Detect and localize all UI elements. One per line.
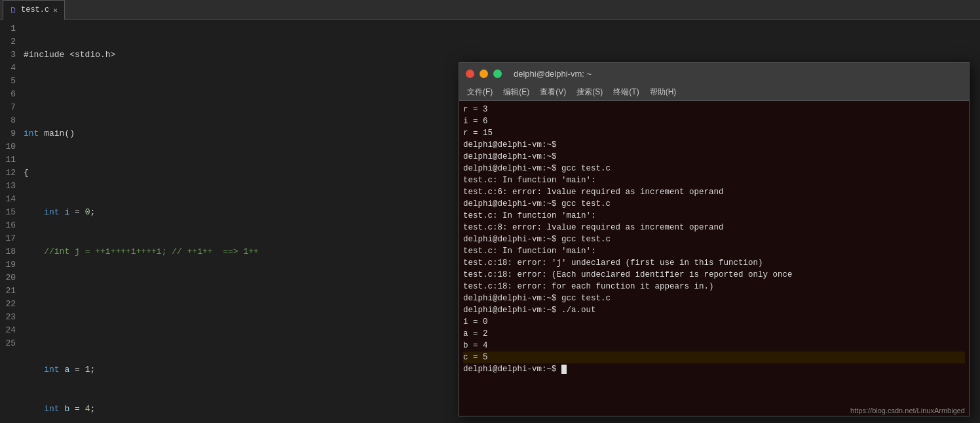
menu-edit[interactable]: 编辑(E) bbox=[498, 85, 535, 99]
file-icon: 🗋 bbox=[10, 6, 17, 14]
terminal-line-17: delphi@delphi-vm:~$ gcc test.c bbox=[463, 292, 965, 304]
terminal-line-16: test.c:18: error: for each function it a… bbox=[463, 281, 965, 292]
terminal-cursor bbox=[561, 365, 567, 374]
terminal-line-3: r = 15 bbox=[463, 127, 965, 139]
terminal-window: delphi@delphi-vm: ~ 文件(F) 编辑(E) 查看(V) 搜索… bbox=[459, 62, 970, 416]
terminal-body[interactable]: r = 3 i = 6 r = 15 delphi@delphi-vm:~$ d… bbox=[459, 101, 969, 405]
terminal-line-9: delphi@delphi-vm:~$ gcc test.c bbox=[463, 198, 965, 210]
tab-bar: 🗋 test.c ✕ bbox=[0, 0, 980, 20]
menu-terminal[interactable]: 终端(T) bbox=[608, 85, 644, 99]
terminal-line-13: test.c: In function 'main': bbox=[463, 245, 965, 257]
terminal-line-6: delphi@delphi-vm:~$ gcc test.c bbox=[463, 163, 965, 174]
menu-view[interactable]: 查看(V) bbox=[535, 85, 571, 99]
terminal-line-19: i = 0 bbox=[463, 316, 965, 328]
terminal-line-2: i = 6 bbox=[463, 115, 965, 127]
terminal-line-7: test.c: In function 'main': bbox=[463, 174, 965, 186]
editor-container: 🗋 test.c ✕ 12345 678910 1112131415 16171… bbox=[0, 0, 980, 423]
terminal-titlebar: delphi@delphi-vm: ~ bbox=[459, 63, 969, 84]
tab-close-button[interactable]: ✕ bbox=[53, 6, 58, 14]
terminal-line-12: delphi@delphi-vm:~$ gcc test.c bbox=[463, 233, 965, 245]
terminal-line-10: test.c: In function 'main': bbox=[463, 210, 965, 222]
terminal-line-11: test.c:8: error: lvalue required as incr… bbox=[463, 222, 965, 233]
terminal-line-21: b = 4 bbox=[463, 340, 965, 352]
tab-filename: test.c bbox=[21, 5, 49, 14]
code-line-1: #include <stdio.h> bbox=[24, 49, 980, 62]
terminal-line-5: delphi@delphi-vm:~$ bbox=[463, 151, 965, 163]
line-numbers: 12345 678910 1112131415 1617181920 21222… bbox=[0, 22, 24, 420]
terminal-line-20: a = 2 bbox=[463, 328, 965, 340]
terminal-footer: https://blog.csdn.net/LinuxArmbiged bbox=[459, 405, 969, 416]
terminal-menubar: 文件(F) 编辑(E) 查看(V) 搜索(S) 终端(T) 帮助(H) bbox=[459, 84, 969, 101]
terminal-title: delphi@delphi-vm: ~ bbox=[514, 69, 592, 79]
terminal-line-23: delphi@delphi-vm:~$ bbox=[463, 363, 965, 375]
maximize-button[interactable] bbox=[493, 70, 502, 78]
terminal-line-14: test.c:18: error: 'j' undeclared (first … bbox=[463, 257, 965, 269]
menu-help[interactable]: 帮助(H) bbox=[645, 85, 682, 99]
close-button[interactable] bbox=[466, 70, 474, 78]
file-tab[interactable]: 🗋 test.c ✕ bbox=[3, 0, 65, 20]
terminal-line-1: r = 3 bbox=[463, 104, 965, 115]
menu-file[interactable]: 文件(F) bbox=[462, 85, 498, 99]
terminal-line-8: test.c:6: error: lvalue required as incr… bbox=[463, 186, 965, 198]
menu-search[interactable]: 搜索(S) bbox=[571, 85, 608, 99]
terminal-line-4: delphi@delphi-vm:~$ bbox=[463, 139, 965, 151]
terminal-line-22: c = 5 bbox=[463, 352, 965, 363]
footer-link: https://blog.csdn.net/LinuxArmbiged bbox=[850, 407, 965, 414]
minimize-button[interactable] bbox=[480, 70, 488, 78]
terminal-line-15: test.c:18: error: (Each undeclared ident… bbox=[463, 269, 965, 281]
terminal-line-18: delphi@delphi-vm:~$ ./a.out bbox=[463, 304, 965, 316]
